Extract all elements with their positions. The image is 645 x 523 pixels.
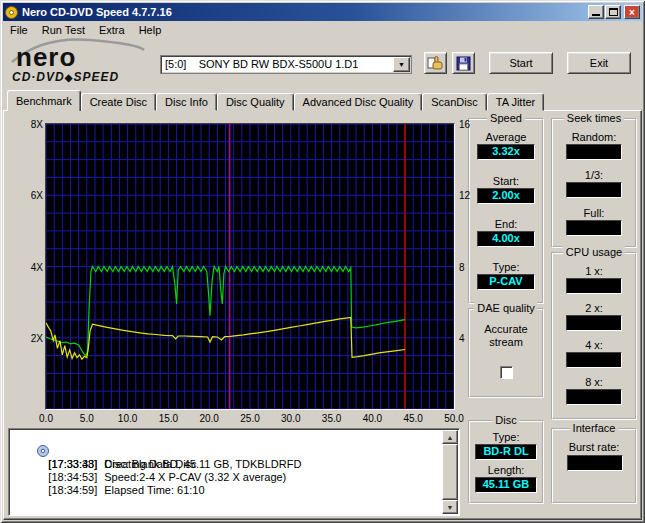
y2-axis-label: 16 <box>459 119 475 130</box>
y-axis-label: 6X <box>19 190 43 201</box>
start-speed-value: 2.00x <box>477 188 535 204</box>
seek-onethird-label: 1/3: <box>553 169 635 181</box>
x-axis-label: 15.0 <box>156 413 180 424</box>
minimize-icon <box>592 14 600 16</box>
start-button[interactable]: Start <box>489 52 553 74</box>
minimize-button[interactable] <box>588 5 604 19</box>
seek-onethird-value <box>566 182 622 198</box>
cpu-1x-label: 1 x: <box>553 265 635 277</box>
seek-full-value <box>566 220 622 236</box>
x-axis-label: 10.0 <box>116 413 140 424</box>
cpu-4x-value <box>566 352 622 368</box>
cpu-usage-group-title: CPU usage <box>563 246 625 258</box>
maximize-icon <box>609 8 618 16</box>
maximize-button[interactable] <box>605 5 621 19</box>
tab-benchmark[interactable]: Benchmark <box>7 90 81 111</box>
tab-strip: Benchmark Create Disc Disc Info Disc Qua… <box>7 90 544 111</box>
disc-group: Disc Type: BD-R DL Length: 45.11 GB <box>468 420 544 504</box>
y-axis-label: 4X <box>19 262 43 273</box>
x-axis-label: 35.0 <box>320 413 344 424</box>
dae-quality-group-title: DAE quality <box>474 302 537 314</box>
log-list[interactable]: [17:33:38]Disc: Blank BD, 45.11 GB, TDKB… <box>8 428 460 516</box>
log-scrollbar[interactable]: ▲ ▼ <box>442 430 458 514</box>
close-button[interactable]: × <box>624 5 640 19</box>
dropdown-arrow-icon[interactable]: ▼ <box>393 57 410 72</box>
disc-type-label: Type: <box>470 431 542 443</box>
accurate-stream-checkbox[interactable] <box>500 366 513 379</box>
tab-advanced-disc-quality[interactable]: Advanced Disc Quality <box>294 93 423 111</box>
disc-length-label: Length: <box>470 464 542 476</box>
floppy-icon <box>456 56 471 71</box>
average-label: Average <box>470 131 542 143</box>
end-speed-value: 4.00x <box>477 231 535 247</box>
options-button[interactable] <box>424 52 447 74</box>
nero-logo: nero <box>16 42 76 73</box>
log-row: [18:34:59]Elapsed Time: 61:10 <box>9 471 441 484</box>
seek-times-group-title: Seek times <box>564 112 624 124</box>
benchmark-chart <box>45 123 455 410</box>
interface-group: Interface Burst rate: <box>551 428 637 504</box>
app-window: Nero CD-DVD Speed 4.7.7.16 × File Run Te… <box>0 0 645 523</box>
tab-disc-info[interactable]: Disc Info <box>156 93 217 111</box>
exit-button[interactable]: Exit <box>567 52 631 74</box>
disc-length-value: 45.11 GB <box>475 477 537 493</box>
titlebar[interactable]: Nero CD-DVD Speed 4.7.7.16 × <box>3 3 642 21</box>
log-row: [17:33:38]Disc: Blank BD, 45.11 GB, TDKB… <box>9 432 441 445</box>
save-button[interactable] <box>452 52 475 74</box>
scroll-up-icon[interactable]: ▲ <box>442 430 458 444</box>
tab-create-disc[interactable]: Create Disc <box>81 93 156 111</box>
scroll-down-icon[interactable]: ▼ <box>442 500 458 514</box>
logo-cddvd-text: CD·DVD <box>12 70 65 84</box>
seek-random-label: Random: <box>553 131 635 143</box>
drive-selector[interactable]: [5:0] SONY BD RW BDX-S500U 1.D1 ▼ <box>160 55 412 74</box>
cpu-2x-value <box>566 315 622 331</box>
accurate-stream-label-line2: stream <box>470 336 542 348</box>
average-speed-value: 3.32x <box>477 144 535 160</box>
x-axis-label: 5.0 <box>75 413 99 424</box>
logo-speed-text: SPEED <box>73 70 119 84</box>
tab-disc-quality[interactable]: Disc Quality <box>217 93 294 111</box>
seek-random-value <box>566 144 622 160</box>
y-axis-label: 2X <box>19 333 43 344</box>
x-axis-label: 0.0 <box>34 413 58 424</box>
end-speed-label: End: <box>470 218 542 230</box>
app-icon <box>5 6 18 19</box>
x-axis-label: 40.0 <box>360 413 384 424</box>
cpu-4x-label: 4 x: <box>553 339 635 351</box>
log-timestamp: [18:34:59] <box>48 484 97 496</box>
cpu-2x-label: 2 x: <box>553 302 635 314</box>
accurate-stream-label-line1: Accurate <box>470 323 542 335</box>
window-title: Nero CD-DVD Speed 4.7.7.16 <box>22 6 172 18</box>
chart-plot-area <box>46 124 454 409</box>
hand-card-icon <box>427 55 444 71</box>
dae-quality-group: DAE quality Accurate stream <box>468 308 544 398</box>
x-axis-label: 20.0 <box>197 413 221 424</box>
cpu-usage-group: CPU usage 1 x: 2 x: 4 x: 8 x: <box>551 252 637 420</box>
y-axis-label: 8X <box>19 119 43 130</box>
x-axis-label: 45.0 <box>401 413 425 424</box>
tab-ta-jitter[interactable]: TA Jitter <box>487 93 545 111</box>
y2-axis-label: 12 <box>459 190 475 201</box>
y2-axis-label: 4 <box>459 333 475 344</box>
scrollbar-thumb[interactable] <box>442 444 458 500</box>
x-axis-label: 50.0 <box>442 413 466 424</box>
log-row: [17:33:43]Creating Data Disc <box>9 445 441 458</box>
disc-group-title: Disc <box>492 414 519 426</box>
speed-group-title: Speed <box>487 112 525 124</box>
speed-group: Speed Average 3.32x Start: 2.00x End: 4.… <box>468 118 544 304</box>
disc-type-value: BD-R DL <box>475 444 537 460</box>
cpu-1x-value <box>566 278 622 294</box>
log-message: Elapsed Time: 61:10 <box>104 484 204 496</box>
x-axis-label: 30.0 <box>279 413 303 424</box>
drive-selector-value: [5:0] SONY BD RW BDX-S500U 1.D1 <box>165 58 358 70</box>
nero-product-logo: CD·DVD◆SPEED <box>12 70 119 84</box>
x-axis-label: 25.0 <box>238 413 262 424</box>
interface-group-title: Interface <box>570 422 619 434</box>
log-row: [18:34:53]Speed:2-4 X P-CAV (3.32 X aver… <box>9 458 441 471</box>
burst-rate-label: Burst rate: <box>553 441 635 453</box>
seek-full-label: Full: <box>553 207 635 219</box>
cpu-8x-value <box>566 389 622 405</box>
speed-type-label: Type: <box>470 261 542 273</box>
seek-times-group: Seek times Random: 1/3: Full: <box>551 118 637 248</box>
tab-scandisc[interactable]: ScanDisc <box>422 93 486 111</box>
